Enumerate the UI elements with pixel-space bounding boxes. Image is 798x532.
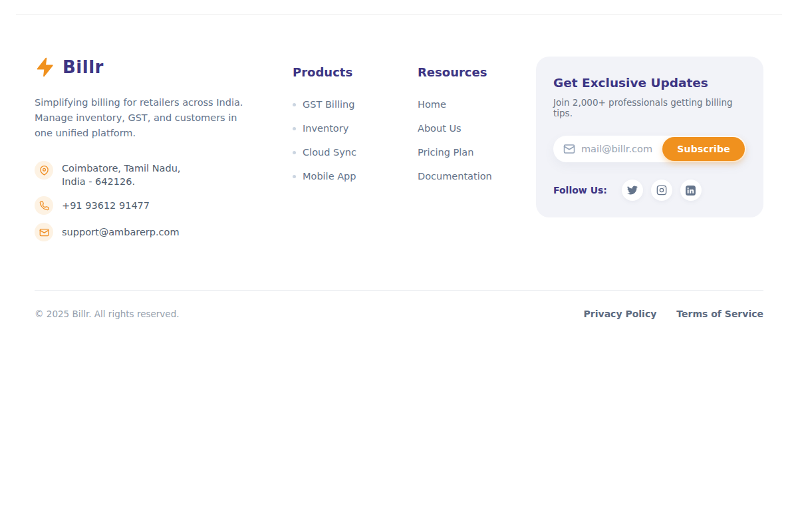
products-links: GST Billing Inventory Cloud Sync Mobile … [293, 98, 394, 183]
newsletter-subtitle: Join 2,000+ professionals getting billin… [553, 97, 746, 118]
resources-link-pricing-plan[interactable]: Pricing Plan [418, 146, 529, 159]
email-input[interactable] [581, 144, 664, 154]
products-link-gst-billing[interactable]: GST Billing [293, 98, 394, 111]
resources-link-about-us[interactable]: About Us [418, 122, 529, 135]
newsletter-title: Get Exclusive Updates [553, 75, 746, 91]
footer-link-label[interactable]: About Us [418, 123, 462, 134]
footer-link-label[interactable]: Inventory [303, 123, 348, 134]
products-column: Products GST Billing Inventory Cloud Syn… [293, 57, 394, 194]
linkedin-icon[interactable] [680, 180, 702, 201]
brand-name: Billr [63, 57, 104, 77]
footer-link-label[interactable]: GST Billing [303, 99, 354, 110]
mail-icon [35, 223, 53, 241]
address-line2: India - 642126. [62, 176, 135, 187]
footer: Billr Simplifying billing for retailers … [0, 57, 798, 319]
resources-link-documentation[interactable]: Documentation [418, 170, 529, 183]
email-text: support@ambarerp.com [62, 225, 180, 239]
twitter-icon[interactable] [622, 180, 643, 201]
brand-tagline: Simplifying billing for retailers across… [35, 95, 254, 141]
bullet-dot-icon [293, 103, 296, 106]
bolt-icon [35, 57, 56, 78]
bullet-dot-icon [293, 175, 296, 178]
privacy-policy-link[interactable]: Privacy Policy [584, 309, 657, 319]
bullet-dot-icon [293, 151, 296, 154]
mail-icon [563, 143, 575, 155]
top-divider [16, 14, 782, 15]
instagram-icon[interactable] [651, 180, 672, 201]
subscribe-button[interactable]: Subscribe [662, 137, 745, 161]
resources-links: Home About Us Pricing Plan Documentation [418, 98, 529, 183]
phone-text: +91 93612 91477 [62, 199, 150, 212]
footer-link-label[interactable]: Cloud Sync [303, 147, 356, 158]
follow-us-label: Follow Us: [553, 185, 607, 196]
footer-link-label[interactable]: Documentation [418, 171, 492, 182]
products-link-mobile-app[interactable]: Mobile App [293, 170, 394, 183]
address-text: Coimbatore, Tamil Nadu, India - 642126. [62, 161, 180, 188]
footer-link-label[interactable]: Mobile App [303, 171, 356, 182]
terms-of-service-link[interactable]: Terms of Service [676, 309, 763, 319]
footer-bottom-bar: © 2025 Billr. All rights reserved. Priva… [35, 291, 763, 319]
contact-address: Coimbatore, Tamil Nadu, India - 642126. [35, 161, 269, 188]
contact-list: Coimbatore, Tamil Nadu, India - 642126. … [35, 161, 269, 241]
products-title: Products [293, 65, 394, 80]
footer-link-label[interactable]: Home [418, 99, 446, 110]
brand-column: Billr Simplifying billing for retailers … [35, 57, 269, 249]
copyright-text: © 2025 Billr. All rights reserved. [35, 309, 180, 319]
footer-link-label[interactable]: Pricing Plan [418, 147, 473, 158]
resources-title: Resources [418, 65, 529, 80]
subscribe-form: Subscribe [553, 136, 746, 162]
contact-phone[interactable]: +91 93612 91477 [35, 196, 269, 215]
products-link-cloud-sync[interactable]: Cloud Sync [293, 146, 394, 159]
address-line1: Coimbatore, Tamil Nadu, [62, 163, 180, 174]
newsletter-card: Get Exclusive Updates Join 2,000+ profes… [536, 57, 763, 217]
footer-main: Billr Simplifying billing for retailers … [35, 57, 763, 249]
brand-logo: Billr [35, 57, 269, 78]
resources-column: Resources Home About Us Pricing Plan Doc… [418, 57, 529, 194]
contact-email[interactable]: support@ambarerp.com [35, 223, 269, 241]
map-pin-icon [35, 161, 53, 180]
bullet-dot-icon [293, 127, 296, 130]
follow-row: Follow Us: [553, 180, 746, 201]
phone-icon [35, 196, 53, 215]
resources-link-home[interactable]: Home [418, 98, 529, 111]
products-link-inventory[interactable]: Inventory [293, 122, 394, 135]
legal-links: Privacy Policy Terms of Service [584, 309, 763, 319]
